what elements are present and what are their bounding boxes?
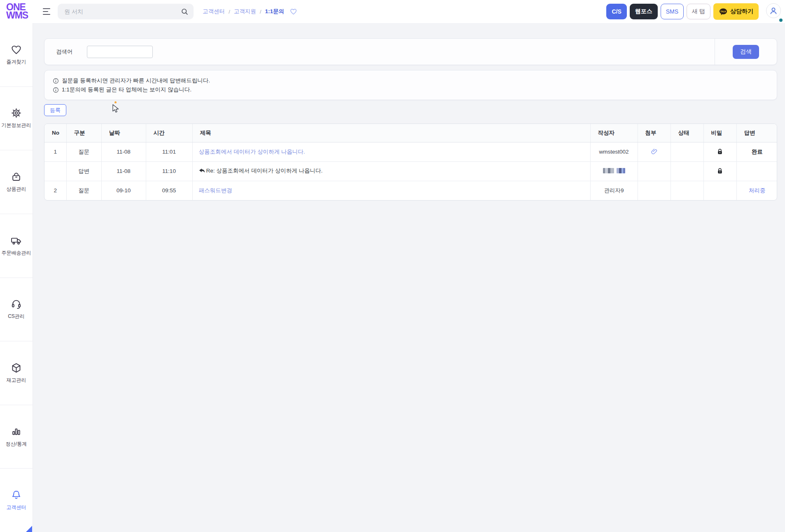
cell-status bbox=[671, 142, 703, 161]
cell-secret bbox=[703, 181, 736, 200]
search-button[interactable]: 검색 bbox=[733, 45, 759, 59]
person-icon bbox=[769, 6, 778, 16]
new-tab-button[interactable]: 새 탭 bbox=[687, 4, 710, 19]
notice-text: 질문을 등록하시면 관리자가 빠른 시간내에 답변해드립니다. bbox=[62, 76, 210, 85]
sidebar-item-label: 기본정보관리 bbox=[2, 122, 31, 129]
global-search bbox=[58, 4, 194, 19]
notice-panel: 질문을 등록하시면 관리자가 빠른 시간내에 답변해드립니다.1:1문의에 등록… bbox=[44, 70, 777, 100]
cell-attachment bbox=[638, 181, 671, 200]
reply-title-text: Re: 상품조회에서 데이터가 상이하게 나옵니다. bbox=[206, 167, 323, 175]
search-keyword-label: 검색어 bbox=[56, 48, 73, 56]
column-header: 구분 bbox=[66, 124, 101, 142]
cube-icon bbox=[11, 362, 22, 373]
search-icon[interactable] bbox=[180, 7, 189, 16]
register-button[interactable]: 등록 bbox=[44, 104, 66, 116]
lock-icon bbox=[716, 148, 724, 154]
search-filter-panel: 검색어 검색 bbox=[44, 38, 777, 65]
button-label: C/S bbox=[612, 8, 621, 15]
reply-arrow-icon bbox=[199, 168, 205, 174]
favorite-page-heart-icon[interactable] bbox=[290, 8, 297, 15]
sidebar-item-product[interactable]: 상품관리 bbox=[0, 150, 33, 214]
sidebar-item-order-delivery[interactable]: 주문배송관리 bbox=[0, 214, 33, 278]
sidebar-item-label: 즐겨찾기 bbox=[7, 58, 26, 65]
paperclip-icon[interactable] bbox=[650, 148, 658, 154]
cell-date: 11-08 bbox=[101, 142, 146, 161]
cell-secret bbox=[703, 161, 736, 181]
cell-date: 09-10 bbox=[101, 181, 146, 200]
column-header: 답변 bbox=[736, 124, 777, 142]
kakao-talk-icon: TALK bbox=[719, 7, 728, 16]
info-icon bbox=[53, 78, 59, 84]
bar-chart-icon bbox=[11, 426, 22, 437]
cell-type: 질문 bbox=[66, 142, 101, 161]
cell-type: 질문 bbox=[66, 181, 101, 200]
table-row: 답변11-0811:10Re: 상품조회에서 데이터가 상이하게 나옵니다. bbox=[44, 161, 777, 181]
sidebar-item-cs-mgmt[interactable]: CS관리 bbox=[0, 278, 33, 341]
inquiry-table: No구분날짜시간제목작성자첨부상태비밀답변 1질문11-0811:01상품조회에… bbox=[44, 124, 777, 201]
column-header: 상태 bbox=[671, 124, 703, 142]
user-avatar[interactable] bbox=[766, 3, 781, 18]
cell-secret bbox=[703, 142, 736, 161]
sidebar-item-basic-info[interactable]: 기본정보관리 bbox=[0, 86, 33, 150]
sidebar-item-inventory[interactable]: 재고관리 bbox=[0, 341, 33, 405]
breadcrumb-item-customer-support[interactable]: 고객지원 bbox=[234, 8, 256, 15]
cell-status bbox=[671, 161, 703, 181]
search-keyword-input[interactable] bbox=[87, 46, 153, 58]
cell-status bbox=[671, 181, 703, 200]
reply-status-text: 완료 bbox=[752, 149, 763, 155]
truck-icon bbox=[10, 235, 22, 246]
column-header: 날짜 bbox=[101, 124, 146, 142]
breadcrumb-separator: / bbox=[260, 9, 262, 15]
cell-reply: 완료 bbox=[736, 142, 777, 161]
header-actions: C/S웹포스SMS새 탭TALK상담하기 bbox=[606, 4, 759, 19]
table-row: 2질문09-1009:55패스워드변경관리자9처리중 bbox=[44, 181, 777, 200]
inquiry-title-link[interactable]: 패스워드변경 bbox=[199, 187, 232, 194]
cell-reply bbox=[736, 161, 777, 181]
button-label: SMS bbox=[666, 8, 678, 15]
sms-button[interactable]: SMS bbox=[661, 4, 684, 19]
cell-title: Re: 상품조회에서 데이터가 상이하게 나옵니다. bbox=[192, 161, 590, 181]
sidebar-item-label: 정산/통계 bbox=[6, 441, 27, 448]
column-header: 작성자 bbox=[590, 124, 638, 142]
breadcrumb-item-one-to-one-inquiry: 1:1문의 bbox=[265, 8, 285, 15]
sidebar-item-label: 상품관리 bbox=[7, 186, 26, 193]
consult-button[interactable]: TALK상담하기 bbox=[713, 3, 759, 20]
svg-text:TALK: TALK bbox=[720, 10, 726, 12]
sidebar-nav: 즐겨찾기기본정보관리상품관리주문배송관리CS관리재고관리정산/통계고객센터 bbox=[0, 23, 33, 532]
lock-icon bbox=[716, 168, 724, 174]
cell-attachment[interactable] bbox=[638, 142, 671, 161]
sidebar-corner-handle[interactable] bbox=[26, 526, 32, 532]
sidebar-item-settlement-stats[interactable]: 정산/통계 bbox=[0, 405, 33, 469]
cell-no bbox=[44, 161, 66, 181]
cell-reply[interactable]: 처리중 bbox=[736, 181, 777, 200]
headset-icon bbox=[11, 299, 22, 310]
bell-icon bbox=[11, 490, 22, 501]
webpos-button[interactable]: 웹포스 bbox=[630, 4, 658, 19]
sidebar-item-label: 주문배송관리 bbox=[2, 250, 31, 257]
info-icon bbox=[53, 87, 59, 93]
reply-status-text[interactable]: 처리중 bbox=[749, 187, 766, 194]
inquiry-title-link[interactable]: 상품조회에서 데이터가 상이하게 나옵니다. bbox=[199, 149, 305, 155]
bag-icon bbox=[11, 171, 22, 182]
cell-time: 09:55 bbox=[146, 181, 192, 200]
table-row: 1질문11-0811:01상품조회에서 데이터가 상이하게 나옵니다.wmste… bbox=[44, 142, 777, 161]
app-logo[interactable]: ONE WMS bbox=[0, 3, 40, 20]
cell-time: 11:01 bbox=[146, 142, 192, 161]
column-header: 비밀 bbox=[703, 124, 736, 142]
cell-author: 관리자9 bbox=[590, 181, 638, 200]
sidebar-item-favorites[interactable]: 즐겨찾기 bbox=[0, 23, 33, 86]
cell-title: 패스워드변경 bbox=[192, 181, 590, 200]
cell-date: 11-08 bbox=[101, 161, 146, 181]
sidebar-item-label: CS관리 bbox=[8, 313, 25, 320]
cell-type: 답변 bbox=[66, 161, 101, 181]
menu-toggle-icon[interactable] bbox=[43, 8, 52, 15]
sidebar-item-label: 고객센터 bbox=[7, 504, 26, 511]
cs-button[interactable]: C/S bbox=[606, 4, 626, 19]
redacted-author-blur bbox=[603, 168, 625, 173]
sidebar-item-customer-center[interactable]: 고객센터 bbox=[0, 468, 33, 532]
global-search-input[interactable] bbox=[64, 8, 180, 15]
app-header: ONE WMS 고객센터/고객지원/1:1문의 C/S웹포스SMS새 탭TALK… bbox=[0, 0, 785, 23]
breadcrumb-item-customer-center[interactable]: 고객센터 bbox=[203, 8, 225, 15]
gear-icon bbox=[11, 107, 22, 119]
notice-text: 1:1문의에 등록된 글은 타 업체에는 보이지 않습니다. bbox=[62, 85, 192, 94]
